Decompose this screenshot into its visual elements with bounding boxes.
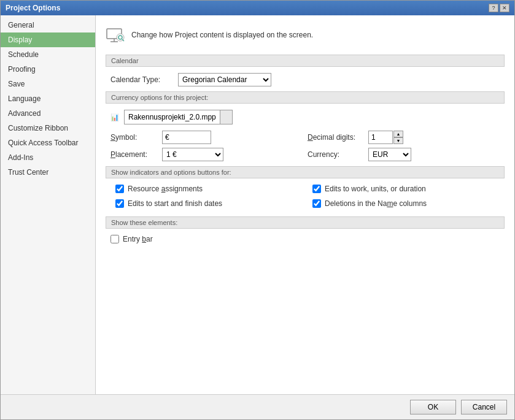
dialog-footer: OK Cancel	[1, 394, 514, 419]
edits-work-label: Edits to work, units, or duration	[325, 185, 426, 193]
indicators-section-header: Show indicators and options buttons for:	[106, 166, 505, 178]
currency-select[interactable]: EUR USD GBP JPY	[368, 148, 411, 161]
deletions-name-row: Deletions in the Name columns	[308, 199, 505, 208]
currency-row: Currency: EUR USD GBP JPY	[308, 148, 505, 161]
currency-fields-grid: Symbol: Decimal digits: ▲ ▼	[106, 131, 505, 161]
svg-line-5	[122, 39, 124, 41]
entry-bar-row: Entry bar	[106, 235, 505, 243]
placement-select[interactable]: 1 € €1 1€ € 1	[162, 148, 223, 161]
sidebar-item-save[interactable]: Save	[1, 77, 95, 91]
project-file-select[interactable]: Rakennusprojekti_2.0.mpp	[124, 110, 233, 124]
sidebar-item-display[interactable]: Display	[1, 32, 95, 47]
ok-button[interactable]: OK	[410, 400, 456, 414]
sidebar-item-quick-access[interactable]: Quick Access Toolbar	[1, 136, 95, 150]
calendar-type-select[interactable]: Gregorian Calendar Hijri Calendar Thai B…	[178, 73, 271, 86]
symbol-row: Symbol:	[110, 131, 308, 144]
header-description: Change how Project content is displayed …	[131, 31, 313, 39]
edits-work-checkbox[interactable]	[312, 185, 321, 193]
title-bar: Project Options ? ✕	[1, 1, 514, 15]
resource-assignments-checkbox[interactable]	[115, 185, 124, 193]
sidebar-item-customize-ribbon[interactable]: Customize Ribbon	[1, 121, 95, 136]
sidebar-item-proofing[interactable]: Proofing	[1, 62, 95, 77]
decimal-spinner: ▲ ▼	[368, 131, 403, 144]
deletions-name-checkbox[interactable]	[312, 199, 321, 208]
project-options-dialog: Project Options ? ✕ General Display Sche…	[0, 0, 515, 420]
sidebar-item-schedule[interactable]: Schedule	[1, 47, 95, 62]
project-file-icon: 📊	[110, 113, 119, 121]
edits-start-finish-row: Edits to start and finish dates	[110, 199, 308, 208]
symbol-input[interactable]	[162, 131, 211, 144]
sidebar: General Display Schedule Proofing Save L…	[1, 15, 96, 394]
calendar-section-header: Calendar	[106, 55, 505, 67]
help-button[interactable]: ?	[489, 4, 498, 12]
resource-assignments-row: Resource assignments	[110, 185, 308, 193]
decimal-label: Decimal digits:	[308, 133, 366, 142]
edits-start-finish-checkbox[interactable]	[115, 199, 124, 208]
placement-row: Placement: 1 € €1 1€ € 1	[110, 148, 308, 161]
spinner-down[interactable]: ▼	[393, 137, 403, 144]
dialog-title: Project Options	[6, 4, 60, 12]
decimal-input[interactable]	[368, 131, 393, 144]
display-icon	[106, 25, 125, 45]
sidebar-item-general[interactable]: General	[1, 18, 95, 32]
deletions-name-label: Deletions in the Name columns	[325, 199, 427, 208]
sidebar-item-advanced[interactable]: Advanced	[1, 106, 95, 121]
calendar-type-row: Calendar Type: Gregorian Calendar Hijri …	[106, 73, 505, 86]
edits-start-finish-label: Edits to start and finish dates	[128, 199, 222, 208]
elements-section-header: Show these elements:	[106, 216, 505, 229]
edits-work-row: Edits to work, units, or duration	[308, 185, 505, 193]
project-file-dropdown[interactable]	[220, 110, 232, 124]
currency-section-header: Currency options for this project:	[106, 91, 505, 104]
project-file-name: Rakennusprojekti_2.0.mpp	[125, 112, 220, 123]
sidebar-item-language[interactable]: Language	[1, 91, 95, 106]
entry-bar-label: Entry bar	[123, 235, 153, 243]
sidebar-item-trust-center[interactable]: Trust Center	[1, 165, 95, 180]
project-file-row: 📊 Rakennusprojekti_2.0.mpp	[106, 110, 505, 124]
close-button[interactable]: ✕	[500, 4, 509, 12]
spinner-buttons: ▲ ▼	[393, 131, 403, 144]
title-bar-buttons: ? ✕	[489, 4, 509, 12]
currency-label: Currency:	[308, 150, 366, 159]
main-content: Change how Project content is displayed …	[96, 15, 514, 394]
symbol-label: Symbol:	[110, 133, 160, 142]
placement-label: Placement:	[110, 150, 160, 159]
dialog-body: General Display Schedule Proofing Save L…	[1, 15, 514, 394]
entry-bar-checkbox[interactable]	[110, 235, 119, 243]
header-section: Change how Project content is displayed …	[106, 25, 505, 45]
calendar-type-label: Calendar Type:	[110, 75, 178, 84]
spinner-up[interactable]: ▲	[393, 131, 403, 137]
sidebar-item-add-ins[interactable]: Add-Ins	[1, 150, 95, 165]
cancel-button[interactable]: Cancel	[461, 400, 507, 414]
decimal-row: Decimal digits: ▲ ▼	[308, 131, 505, 144]
resource-assignments-label: Resource assignments	[128, 185, 203, 193]
indicators-checkboxes: Resource assignments Edits to work, unit…	[106, 185, 505, 212]
